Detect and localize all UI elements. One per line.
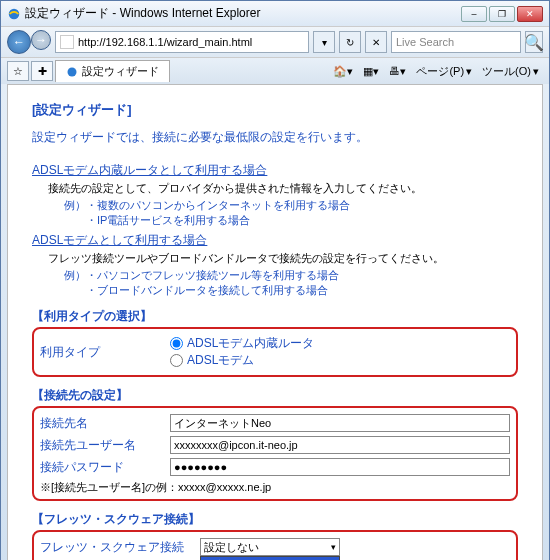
flets-select[interactable]: 設定しない (200, 538, 340, 556)
case-1-ex1: 例）・複数のパソコンからインターネットを利用する場合 (64, 198, 518, 213)
tools-menu[interactable]: ツール(O) ▾ (478, 62, 543, 81)
case-1-ex2: ・IP電話サービスを利用する場合 (86, 213, 518, 228)
stop-button[interactable]: ✕ (365, 31, 387, 53)
intro-text: 設定ウィザードでは、接続に必要な最低限の設定を行います。 (32, 129, 518, 146)
nav-toolbar: ← → http://192.168.1.1/wizard_main.html … (1, 26, 549, 57)
refresh-button[interactable]: ↻ (339, 31, 361, 53)
search-input[interactable]: Live Search (391, 31, 521, 53)
page-menu[interactable]: ページ(P) ▾ (412, 62, 476, 81)
print-button[interactable]: 🖶▾ (385, 63, 410, 80)
tab-label: 設定ウィザード (82, 64, 159, 79)
url-text: http://192.168.1.1/wizard_main.html (78, 36, 252, 48)
dest-pass-input[interactable] (170, 458, 510, 476)
dest-pass-label: 接続パスワード (40, 459, 170, 476)
type-group: 利用タイプ ADSLモデム内蔵ルータ ADSLモデム (32, 327, 518, 377)
minimize-button[interactable]: – (461, 6, 487, 22)
ie-icon (66, 66, 78, 78)
flets-group: フレッツ・スクウェア接続 設定しない 設定しない 設定する(東日本) 設定する(… (32, 530, 518, 560)
dest-name-label: 接続先名 (40, 415, 170, 432)
section-type-label: 【利用タイプの選択】 (32, 308, 518, 325)
tab-toolbar: ☆ ✚ 設定ウィザード 🏠▾ ▦▾ 🖶▾ ページ(P) ▾ ツール(O) ▾ (1, 57, 549, 84)
browser-window: 設定ウィザード - Windows Internet Explorer – ❐ … (0, 0, 550, 560)
back-button[interactable]: ← (7, 30, 31, 54)
flets-label: フレッツ・スクウェア接続 (40, 539, 200, 556)
maximize-button[interactable]: ❐ (489, 6, 515, 22)
type-opt1: ADSLモデム内蔵ルータ (187, 335, 314, 352)
page-icon (60, 35, 74, 49)
flets-dropdown: 設定しない 設定する(東日本) 設定する(西日本) (200, 556, 340, 560)
window-title: 設定ウィザード - Windows Internet Explorer (25, 5, 260, 22)
dest-group: 接続先名 接続先ユーザー名 接続パスワード ※[接続先ユーザー名]の例：xxxx… (32, 406, 518, 501)
search-button[interactable]: 🔍 (525, 31, 543, 53)
type-opt2: ADSLモデム (187, 352, 254, 369)
page-heading: [設定ウィザード] (32, 101, 518, 119)
case-1: ADSLモデム内蔵ルータとして利用する場合 接続先の設定として、プロバイダから提… (32, 162, 518, 228)
case-2-desc: フレッツ接続ツールやブロードバンドルータで接続先の設定を行ってください。 (48, 251, 518, 266)
home-button[interactable]: 🏠▾ (329, 63, 357, 80)
dest-name-input[interactable] (170, 414, 510, 432)
go-button[interactable]: ▾ (313, 31, 335, 53)
ie-icon (7, 7, 21, 21)
case-2-ex1: 例）・パソコンでフレッツ接続ツール等を利用する場合 (64, 268, 518, 283)
address-bar[interactable]: http://192.168.1.1/wizard_main.html (55, 31, 309, 53)
section-flets-label: 【フレッツ・スクウェア接続】 (32, 511, 518, 528)
case-2-ex2: ・ブロードバンドルータを接続して利用する場合 (86, 283, 518, 298)
dest-user-label: 接続先ユーザー名 (40, 437, 170, 454)
type-label: 利用タイプ (40, 344, 170, 361)
svg-point-1 (68, 67, 77, 76)
add-favorites-button[interactable]: ✚ (31, 61, 53, 81)
section-dest-label: 【接続先の設定】 (32, 387, 518, 404)
titlebar: 設定ウィザード - Windows Internet Explorer – ❐ … (1, 1, 549, 26)
dest-user-input[interactable] (170, 436, 510, 454)
search-placeholder: Live Search (396, 36, 454, 48)
forward-button[interactable]: → (31, 30, 51, 50)
feed-button[interactable]: ▦▾ (359, 63, 383, 80)
case-1-link[interactable]: ADSLモデム内蔵ルータとして利用する場合 (32, 163, 267, 177)
type-radio-router[interactable] (170, 337, 183, 350)
case-2: ADSLモデムとして利用する場合 フレッツ接続ツールやブロードバンドルータで接続… (32, 232, 518, 298)
case-1-desc: 接続先の設定として、プロバイダから提供された情報を入力してください。 (48, 181, 518, 196)
close-button[interactable]: ✕ (517, 6, 543, 22)
page-content: [設定ウィザード] 設定ウィザードでは、接続に必要な最低限の設定を行います。 A… (7, 84, 543, 560)
favorites-button[interactable]: ☆ (7, 61, 29, 81)
type-radio-modem[interactable] (170, 354, 183, 367)
dest-hint: ※[接続先ユーザー名]の例：xxxxx@xxxxx.ne.jp (40, 480, 510, 495)
case-2-link[interactable]: ADSLモデムとして利用する場合 (32, 233, 207, 247)
tab-active[interactable]: 設定ウィザード (55, 60, 170, 82)
